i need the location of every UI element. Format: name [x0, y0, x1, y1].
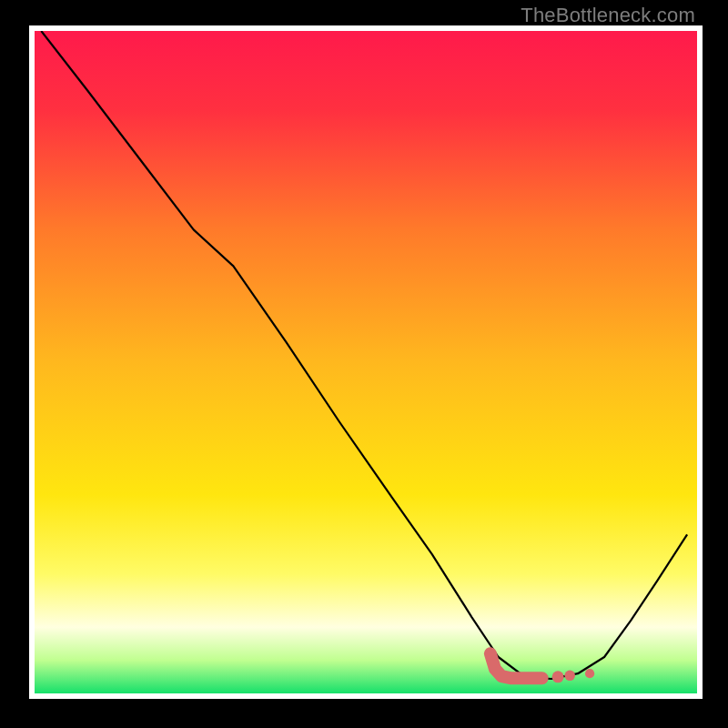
chart-svg: [35, 31, 697, 693]
chart-frame: [29, 25, 703, 699]
watermark-text: TheBottleneck.com: [521, 4, 695, 27]
svg-rect-0: [35, 31, 697, 693]
optimum-dot: [564, 671, 575, 682]
optimum-dot: [552, 671, 564, 682]
optimum-dot: [585, 669, 594, 678]
chart-plot-area: [35, 31, 697, 693]
